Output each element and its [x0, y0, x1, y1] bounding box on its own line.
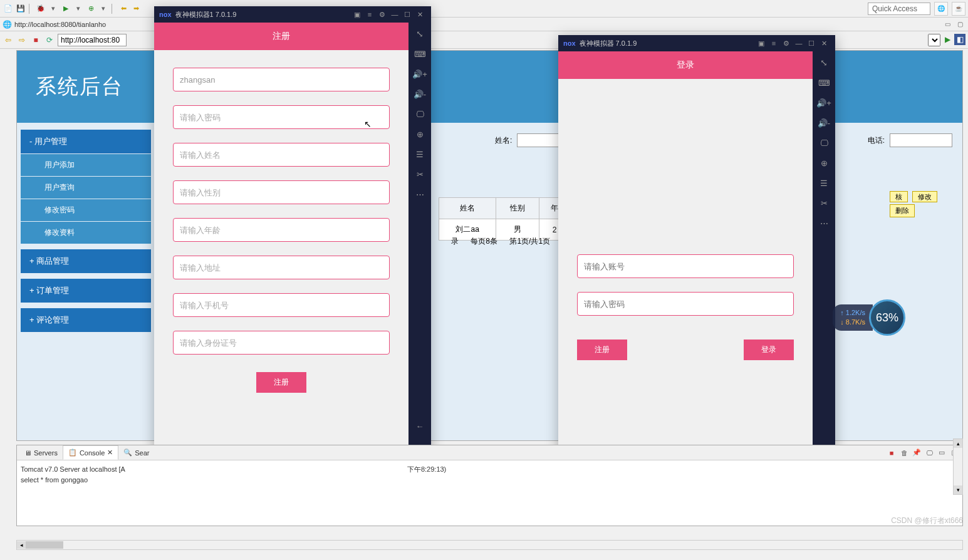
tab-console[interactable]: 📋 Console ✕: [63, 445, 118, 460]
scroll-up-icon[interactable]: ▴: [954, 439, 962, 448]
name-input[interactable]: [173, 143, 390, 167]
dropdown-icon[interactable]: ▾: [73, 3, 84, 14]
dropdown-icon[interactable]: ▾: [48, 3, 59, 14]
tab-title[interactable]: http://localhost:8080/tianlanho: [14, 21, 106, 28]
sidebar-group-orders[interactable]: + 订单管理: [21, 279, 151, 303]
register-button[interactable]: 注册: [256, 372, 306, 393]
password-input[interactable]: [577, 292, 794, 316]
stop-icon[interactable]: ■: [30, 34, 41, 46]
sidebar-item-user-add[interactable]: 用户添加: [21, 154, 151, 176]
console-display-icon[interactable]: 🖵: [924, 447, 935, 459]
account-input[interactable]: [577, 254, 794, 278]
layers-icon[interactable]: ☰: [411, 145, 429, 163]
expand-icon[interactable]: ⤡: [815, 54, 833, 71]
layers-icon[interactable]: ☰: [815, 174, 833, 192]
console-min-icon[interactable]: ▭: [936, 447, 947, 459]
volume-down-icon[interactable]: 🔊-: [815, 114, 833, 132]
nox-titlebar[interactable]: nox 夜神模拟器 7.0.1.9 ▣ ≡ ⚙ — ☐ ✕: [558, 35, 835, 51]
more-icon[interactable]: ⋯: [815, 214, 833, 232]
go-icon[interactable]: ▶: [942, 34, 953, 45]
nox-minimize-icon[interactable]: —: [388, 8, 401, 21]
nox-gear-icon[interactable]: ⚙: [780, 37, 793, 49]
gender-input[interactable]: [173, 180, 390, 204]
minimize-icon[interactable]: ▭: [942, 19, 953, 29]
nox-gear-icon[interactable]: ⚙: [376, 8, 388, 21]
save-icon[interactable]: 💾: [15, 3, 26, 14]
nox-menu-icon[interactable]: ≡: [363, 8, 376, 21]
scroll-down-icon[interactable]: ▾: [954, 485, 962, 494]
forward-icon[interactable]: ⇨: [16, 34, 28, 46]
add-icon[interactable]: ⊕: [411, 125, 429, 143]
scroll-left-icon[interactable]: ◂: [17, 541, 26, 549]
console-pin-icon[interactable]: 📌: [911, 447, 922, 459]
nox-multi-icon[interactable]: ▣: [351, 8, 363, 21]
sidebar-item-edit-profile[interactable]: 修改资料: [21, 222, 151, 244]
sidebar-group-products[interactable]: + 商品管理: [21, 249, 151, 273]
console-stop-icon[interactable]: ■: [886, 447, 897, 459]
nox-multi-icon[interactable]: ▣: [755, 37, 768, 49]
login-button[interactable]: 登录: [744, 340, 794, 360]
address-input[interactable]: [173, 256, 390, 279]
scissors-icon[interactable]: ✂: [411, 165, 429, 183]
delete-button[interactable]: 删除: [890, 204, 915, 217]
th-gender: 性别: [496, 198, 539, 219]
review-button[interactable]: 核: [890, 191, 908, 202]
volume-up-icon[interactable]: 🔊+: [411, 65, 429, 83]
nox-close-icon[interactable]: ✕: [818, 37, 830, 49]
expand-icon[interactable]: ⤡: [411, 25, 429, 43]
gen-icon[interactable]: ◧: [954, 34, 965, 45]
display-icon[interactable]: 🖵: [411, 105, 429, 123]
keyboard-icon[interactable]: ⌨: [815, 74, 833, 91]
network-widget[interactable]: ↑ 1.2K/s ↓ 8.7K/s 63%: [833, 299, 905, 336]
nox-close-icon[interactable]: ✕: [414, 8, 426, 21]
sidebar-item-change-password[interactable]: 修改密码: [21, 199, 151, 221]
run-server-icon[interactable]: ⊕: [85, 3, 96, 14]
add-icon[interactable]: ⊕: [815, 154, 833, 172]
refresh-icon[interactable]: ⟳: [44, 34, 55, 46]
nav-icon[interactable]: ⬅: [118, 3, 129, 14]
perspective-java-icon[interactable]: ☕: [952, 2, 965, 16]
register-button[interactable]: 注册: [577, 340, 627, 360]
sidebar-group-comments[interactable]: + 评论管理: [21, 308, 151, 332]
idcard-input[interactable]: [173, 331, 390, 355]
run-icon[interactable]: ▶: [60, 3, 71, 14]
nox-titlebar[interactable]: nox 夜神模拟器1 7.0.1.9 ▣ ≡ ⚙ — ☐ ✕: [154, 6, 431, 23]
filter-phone-input[interactable]: [890, 133, 952, 147]
volume-down-icon[interactable]: 🔊-: [411, 85, 429, 103]
nav-back-icon[interactable]: ←: [411, 417, 429, 435]
tab-search[interactable]: 🔍 Sear: [118, 446, 154, 459]
phone-input[interactable]: [173, 293, 390, 317]
password-input[interactable]: [173, 105, 390, 129]
scrollbar-horizontal[interactable]: ◂: [16, 540, 963, 550]
keyboard-icon[interactable]: ⌨: [411, 45, 429, 63]
nox-maximize-icon[interactable]: ☐: [805, 37, 818, 49]
console-clear-icon[interactable]: 🗑: [898, 447, 910, 459]
perspective-web-icon[interactable]: 🌐: [934, 2, 948, 16]
volume-up-icon[interactable]: 🔊+: [815, 94, 833, 111]
nox-minimize-icon[interactable]: —: [793, 37, 805, 49]
app-header: 登录: [558, 51, 813, 79]
more-icon[interactable]: ⋯: [411, 185, 429, 203]
tab-servers[interactable]: 🖥 Servers: [19, 447, 63, 459]
sidebar-item-user-query[interactable]: 用户查询: [21, 177, 151, 199]
quick-access-input[interactable]: Quick Access: [868, 3, 930, 15]
edit-button[interactable]: 修改: [912, 191, 937, 202]
url-select[interactable]: [928, 34, 940, 46]
display-icon[interactable]: 🖵: [815, 134, 833, 152]
nox-menu-icon[interactable]: ≡: [768, 37, 780, 49]
new-icon[interactable]: 📄: [3, 3, 14, 14]
scroll-thumb[interactable]: [26, 541, 63, 549]
nox-screen: 注册 注册 ↖: [154, 23, 409, 475]
nav-icon[interactable]: ➡: [130, 3, 142, 14]
maximize-icon[interactable]: ▢: [954, 19, 965, 29]
scrollbar-vertical[interactable]: ▴ ▾: [953, 438, 963, 495]
scissors-icon[interactable]: ✂: [815, 194, 833, 212]
dropdown-icon[interactable]: ▾: [98, 3, 109, 14]
back-icon[interactable]: ⇦: [3, 34, 14, 46]
url-input[interactable]: [58, 34, 127, 46]
debug-icon[interactable]: 🐞: [35, 3, 46, 14]
username-input[interactable]: [173, 68, 390, 91]
age-input[interactable]: [173, 218, 390, 242]
sidebar-group-users[interactable]: - 用户管理: [21, 130, 151, 153]
nox-maximize-icon[interactable]: ☐: [401, 8, 414, 21]
